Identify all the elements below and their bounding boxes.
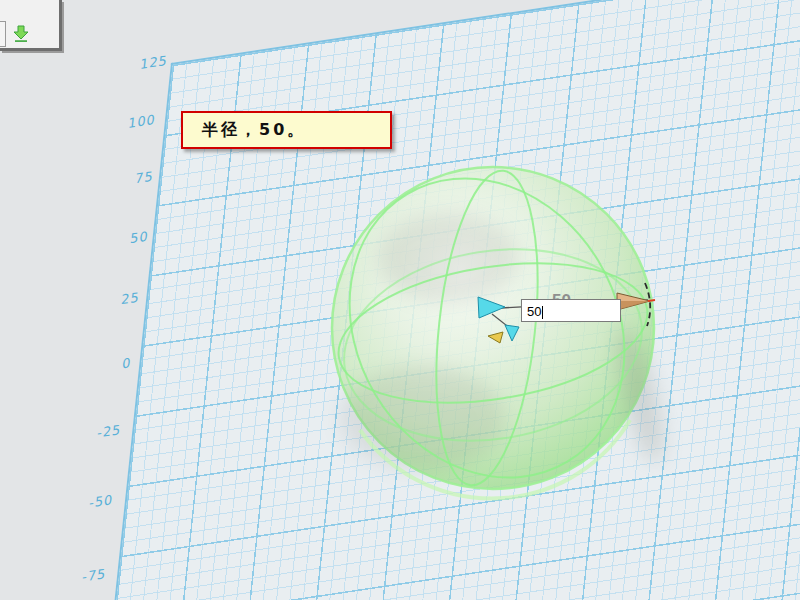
axis-tick-50: 50 <box>128 229 148 246</box>
axis-tick-75: 75 <box>133 169 153 186</box>
axis-tick-100: 100 <box>126 112 156 131</box>
axis-tick-25: 25 <box>119 290 139 307</box>
axis-tick-minus50: -50 <box>87 492 113 510</box>
green-download-arrow-icon <box>14 26 28 42</box>
axis-tick-0: 0 <box>120 355 131 371</box>
blueprint-grid-plane <box>84 0 800 600</box>
toolbar-button-fragment[interactable] <box>0 21 6 47</box>
axis-tick-minus75: -75 <box>80 566 106 584</box>
radius-input-value: 50 <box>527 304 541 319</box>
axis-tick-minus25: -25 <box>95 422 121 440</box>
3d-viewport[interactable]: 125 100 75 50 25 0 -25 -50 -75 <box>0 0 800 600</box>
radius-tooltip: 半径，50。 <box>181 111 392 149</box>
import-button[interactable] <box>12 25 30 43</box>
mini-toolbar <box>0 0 62 51</box>
text-caret <box>542 306 543 319</box>
radius-tooltip-text: 半径，50。 <box>202 120 306 139</box>
axis-tick-125: 125 <box>138 53 168 72</box>
radius-input[interactable]: 50 <box>521 299 621 322</box>
